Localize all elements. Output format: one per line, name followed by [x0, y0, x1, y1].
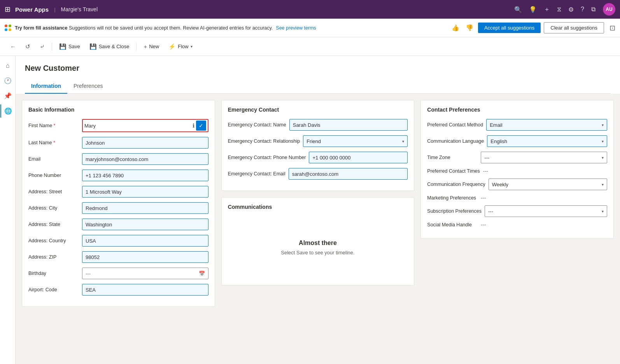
- basic-info-title: Basic Information: [28, 107, 208, 113]
- top-nav: ⊞ Power Apps | Margie's Travel 🔍 💡 ＋ ⧖ ⚙…: [0, 0, 620, 19]
- sidebar-globe-icon[interactable]: 🌐: [0, 104, 15, 118]
- pref-method-label: Preferred Contact Method: [427, 122, 483, 128]
- refresh-button[interactable]: ↺: [21, 41, 34, 52]
- city-input[interactable]: [82, 202, 208, 214]
- ec-name-input[interactable]: [289, 119, 408, 131]
- flow-button[interactable]: ⚡ Flow ▾: [165, 41, 196, 52]
- accept-all-button[interactable]: Accept all suggestions: [478, 23, 541, 33]
- pref-times-value: ---: [483, 168, 488, 174]
- open-in-button[interactable]: ⤶: [36, 41, 49, 52]
- refresh-icon: ↺: [25, 43, 30, 50]
- filter-icon[interactable]: ⧖: [557, 6, 561, 13]
- save-button[interactable]: 💾 Save: [55, 41, 84, 52]
- avatar[interactable]: AU: [603, 3, 615, 16]
- lightbulb-icon[interactable]: 💡: [529, 6, 537, 13]
- email-label: Email: [28, 156, 79, 162]
- communications-section: Communications Almost there Select Save …: [221, 197, 415, 285]
- tab-preferences[interactable]: Preferences: [67, 79, 109, 94]
- ec-email-label: Emergency Contact: Email: [228, 171, 285, 177]
- comm-freq-row: Communication Frequency Weekly ▾: [427, 178, 607, 190]
- save-close-label: Save & Close: [99, 44, 130, 49]
- ec-email-row: Emergency Contact: Email: [228, 168, 408, 180]
- first-name-wrapper: ℹ ✓: [82, 119, 208, 132]
- city-row: Address: City: [28, 202, 208, 214]
- contact-prefs-section: Contact Preferences Preferred Contact Me…: [420, 100, 614, 239]
- state-input[interactable]: [82, 219, 208, 230]
- comm-freq-value: Weekly: [492, 182, 508, 187]
- left-sidebar: ⌂ 🕐 📌 🌐: [0, 56, 16, 364]
- comm-lang-select[interactable]: English ▾: [487, 135, 607, 147]
- thumbs-down-button[interactable]: 👎: [464, 23, 475, 32]
- last-name-input[interactable]: [82, 137, 208, 149]
- comm-freq-label: Communication Frequency: [427, 182, 485, 187]
- comm-lang-arrow: ▾: [602, 139, 604, 144]
- phone-label: Phone Number: [28, 173, 79, 178]
- first-name-row: First Name * ℹ ✓: [28, 119, 208, 132]
- comms-content: Almost there Select Save to see your tim…: [228, 216, 408, 279]
- middle-column: Emergency Contact Emergency Contact: Nam…: [221, 100, 415, 285]
- ec-name-label: Emergency Contact: Name: [228, 122, 286, 128]
- emergency-title: Emergency Contact: [228, 107, 408, 113]
- subscription-arrow: ▾: [602, 209, 604, 214]
- grid-icon[interactable]: ⊞: [5, 5, 11, 14]
- page-wrapper: New Customer Information Preferences: [16, 56, 620, 94]
- save-close-button[interactable]: 💾 Save & Close: [86, 41, 133, 52]
- preview-terms-link[interactable]: See preview terms: [276, 25, 316, 31]
- birthday-input[interactable]: --- 📅: [82, 268, 208, 279]
- page-title: New Customer: [25, 64, 611, 73]
- add-icon[interactable]: ＋: [544, 5, 550, 14]
- marketing-value: ---: [481, 195, 486, 201]
- thumbs-up-button[interactable]: 👍: [450, 23, 461, 32]
- info-button[interactable]: ℹ: [193, 122, 194, 129]
- subscription-label: Subscription Preferences: [427, 208, 482, 214]
- country-row: Address: Country: [28, 235, 208, 247]
- pref-times-label: Preferred Contact Times: [427, 168, 480, 174]
- sidebar-recent-icon[interactable]: 🕐: [1, 74, 15, 88]
- timezone-arrow: ▾: [602, 156, 604, 160]
- comm-lang-value: English: [490, 138, 507, 144]
- ec-email-input[interactable]: [289, 168, 408, 180]
- street-row: Address: Street: [28, 186, 208, 198]
- main-layout: ⌂ 🕐 📌 🌐 New Customer Information Prefere…: [0, 56, 620, 364]
- comm-freq-select[interactable]: Weekly ▾: [489, 178, 607, 190]
- connect-icon[interactable]: ⧉: [591, 6, 595, 13]
- email-input[interactable]: [82, 153, 208, 165]
- tab-information[interactable]: Information: [25, 79, 67, 94]
- country-input[interactable]: [82, 235, 208, 247]
- first-name-label: First Name *: [28, 123, 79, 128]
- sidebar-pin-icon[interactable]: 📌: [1, 89, 15, 103]
- banner-text: Try form fill assistance Suggestions wil…: [15, 25, 273, 31]
- new-button[interactable]: + New: [140, 41, 163, 52]
- birthday-row: Birthday --- 📅: [28, 268, 208, 279]
- airport-input[interactable]: [82, 284, 208, 296]
- comm-lang-label: Communication Language: [427, 138, 484, 144]
- comm-freq-arrow: ▾: [602, 182, 604, 187]
- first-name-input[interactable]: [84, 120, 191, 131]
- ec-relationship-select[interactable]: Friend ▾: [303, 135, 408, 147]
- street-input[interactable]: [82, 186, 208, 198]
- accept-check-button[interactable]: ✓: [196, 121, 206, 131]
- ec-phone-input[interactable]: [309, 152, 408, 163]
- sidebar-home-icon[interactable]: ⌂: [3, 59, 13, 72]
- zip-input[interactable]: [82, 251, 208, 263]
- state-label: Address: State: [28, 222, 79, 227]
- side-panel-icon[interactable]: ⊡: [609, 24, 615, 32]
- social-label: Social Media Handle: [427, 222, 478, 228]
- help-icon[interactable]: ?: [581, 6, 584, 13]
- pref-method-value: Email: [490, 122, 503, 128]
- back-icon: ←: [10, 43, 16, 50]
- settings-icon[interactable]: ⚙: [568, 6, 574, 13]
- phone-input[interactable]: [82, 170, 208, 181]
- app-context: Margie's Travel: [61, 6, 98, 12]
- timezone-select[interactable]: --- ▾: [481, 152, 607, 163]
- app-name: Power Apps: [15, 6, 49, 13]
- comms-description: Select Save to see your timeline.: [281, 250, 354, 256]
- back-button[interactable]: ←: [6, 41, 20, 52]
- ec-phone-label: Emergency Contact: Phone Number: [228, 155, 306, 160]
- clear-all-button[interactable]: Clear all suggestions: [544, 22, 604, 33]
- ec-name-row: Emergency Contact: Name: [228, 119, 408, 131]
- subscription-select[interactable]: --- ▾: [485, 205, 607, 217]
- pref-method-select[interactable]: Email ▾: [486, 119, 607, 131]
- search-icon[interactable]: 🔍: [514, 6, 522, 13]
- city-label: Address: City: [28, 205, 79, 211]
